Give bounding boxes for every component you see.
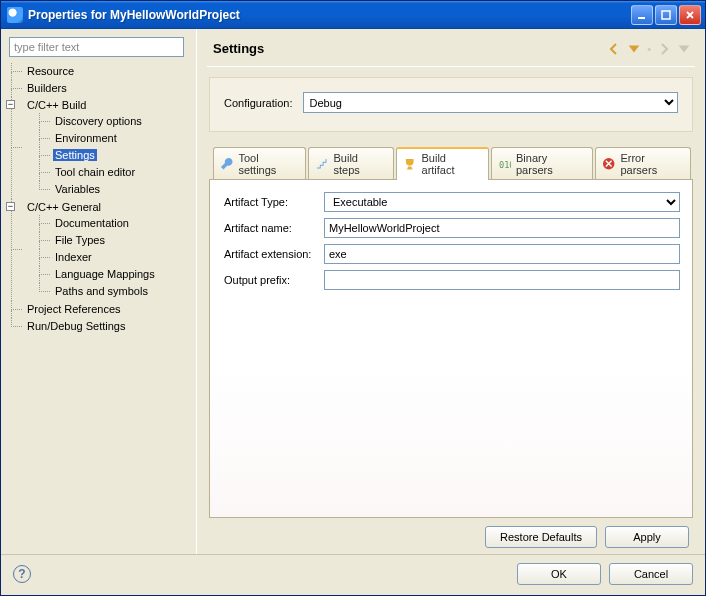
tree-item[interactable]: Language Mappings xyxy=(39,266,190,283)
tab-label: Error parsers xyxy=(620,152,682,176)
tab-label: Binary parsers xyxy=(516,152,584,176)
tab-tool-settings[interactable]: Tool settings xyxy=(213,147,306,180)
back-icon[interactable] xyxy=(607,42,621,56)
window-title: Properties for MyHellowWorldProject xyxy=(28,8,631,22)
configuration-select[interactable]: Debug xyxy=(303,92,679,113)
tree-item-label[interactable]: Language Mappings xyxy=(53,268,157,280)
left-panel: ResourceBuilders−C/C++ BuildDiscovery op… xyxy=(1,29,196,554)
apply-button[interactable]: Apply xyxy=(605,526,689,548)
dialog-footer: ? OK Cancel xyxy=(1,554,705,595)
restore-defaults-button[interactable]: Restore Defaults xyxy=(485,526,597,548)
artifact-type-select[interactable]: Executable xyxy=(324,192,680,212)
tab-error-parsers[interactable]: Error parsers xyxy=(595,147,691,180)
tab-label: Build steps xyxy=(334,152,386,176)
artifact-name-label: Artifact name: xyxy=(224,222,324,234)
back-menu-icon[interactable] xyxy=(627,42,641,56)
heading-separator xyxy=(207,66,695,67)
filter-input[interactable] xyxy=(9,37,184,57)
tree-item-label[interactable]: Paths and symbols xyxy=(53,285,150,297)
ok-button[interactable]: OK xyxy=(517,563,601,585)
binary-icon: 010 xyxy=(498,157,511,171)
tree-item-label[interactable]: Resource xyxy=(25,65,76,77)
artifact-name-input[interactable] xyxy=(324,218,680,238)
right-panel: Settings • xyxy=(201,29,705,554)
configuration-block: Configuration: Debug xyxy=(209,77,693,132)
tree-item-label[interactable]: C/C++ Build xyxy=(25,99,88,111)
tree-item[interactable]: Builders xyxy=(11,80,190,97)
trophy-icon xyxy=(403,157,416,171)
tree-item[interactable]: File Types xyxy=(39,232,190,249)
tab-build-steps[interactable]: Build steps xyxy=(308,147,394,180)
tree: ResourceBuilders−C/C++ BuildDiscovery op… xyxy=(9,63,190,335)
artifact-ext-input[interactable] xyxy=(324,244,680,264)
tabbar: Tool settingsBuild stepsBuild artifact01… xyxy=(209,146,693,179)
tree-item[interactable]: Tool chain editor xyxy=(39,164,190,181)
cancel-button[interactable]: Cancel xyxy=(609,563,693,585)
tree-item[interactable]: Project References xyxy=(11,301,190,318)
tree-item[interactable]: Resource xyxy=(11,63,190,80)
tab-binary-parsers[interactable]: 010Binary parsers xyxy=(491,147,593,180)
svg-rect-0 xyxy=(638,17,645,19)
tab-label: Tool settings xyxy=(238,152,297,176)
tree-item-label[interactable]: Environment xyxy=(53,132,119,144)
output-prefix-input[interactable] xyxy=(324,270,680,290)
maximize-button[interactable] xyxy=(655,5,677,25)
tree-item[interactable]: Environment xyxy=(39,130,190,147)
steps-icon xyxy=(315,157,328,171)
tree-item-label[interactable]: Discovery options xyxy=(53,115,144,127)
tree-item[interactable]: −C/C++ BuildDiscovery optionsEnvironment… xyxy=(11,97,190,199)
tree-item-label[interactable]: C/C++ General xyxy=(25,201,103,213)
artifact-ext-label: Artifact extension: xyxy=(224,248,324,260)
tree-item-label[interactable]: Run/Debug Settings xyxy=(25,320,127,332)
app-icon xyxy=(7,7,23,23)
tree-item-label[interactable]: Project References xyxy=(25,303,123,315)
tree-expander-icon[interactable]: − xyxy=(6,202,15,211)
tab-panel-build-artifact: Artifact Type: Executable Artifact name:… xyxy=(209,179,693,518)
forward-icon[interactable] xyxy=(657,42,671,56)
configuration-label: Configuration: xyxy=(224,97,293,109)
svg-text:010: 010 xyxy=(499,160,511,170)
tree-item-label[interactable]: Documentation xyxy=(53,217,131,229)
tree-item-label[interactable]: Indexer xyxy=(53,251,94,263)
page-title: Settings xyxy=(213,41,607,56)
titlebar: Properties for MyHellowWorldProject xyxy=(1,1,705,29)
minimize-button[interactable] xyxy=(631,5,653,25)
tree-item[interactable]: Run/Debug Settings xyxy=(11,318,190,335)
error-icon xyxy=(602,157,615,171)
help-icon[interactable]: ? xyxy=(13,565,31,583)
output-prefix-label: Output prefix: xyxy=(224,274,324,286)
close-button[interactable] xyxy=(679,5,701,25)
tab-label: Build artifact xyxy=(422,152,480,176)
tree-item[interactable]: Paths and symbols xyxy=(39,283,190,300)
tree-item-label[interactable]: File Types xyxy=(53,234,107,246)
tree-item[interactable]: Indexer xyxy=(39,249,190,266)
tree-item-label[interactable]: Variables xyxy=(53,183,102,195)
tree-item-label[interactable]: Settings xyxy=(53,149,97,161)
tree-item[interactable]: Discovery options xyxy=(39,113,190,130)
tree-item[interactable]: Documentation xyxy=(39,215,190,232)
tree-expander-icon[interactable]: − xyxy=(6,100,15,109)
tree-item-label[interactable]: Builders xyxy=(25,82,69,94)
tree-item[interactable]: Variables xyxy=(39,181,190,198)
tree-item[interactable]: Settings xyxy=(39,147,190,164)
tree-item[interactable]: −C/C++ GeneralDocumentationFile TypesInd… xyxy=(11,199,190,301)
wrench-icon xyxy=(220,157,233,171)
artifact-type-label: Artifact Type: xyxy=(224,196,324,208)
tree-item-label[interactable]: Tool chain editor xyxy=(53,166,137,178)
tab-build-artifact[interactable]: Build artifact xyxy=(396,147,488,180)
forward-menu-icon[interactable] xyxy=(677,42,691,56)
svg-rect-1 xyxy=(662,11,670,19)
